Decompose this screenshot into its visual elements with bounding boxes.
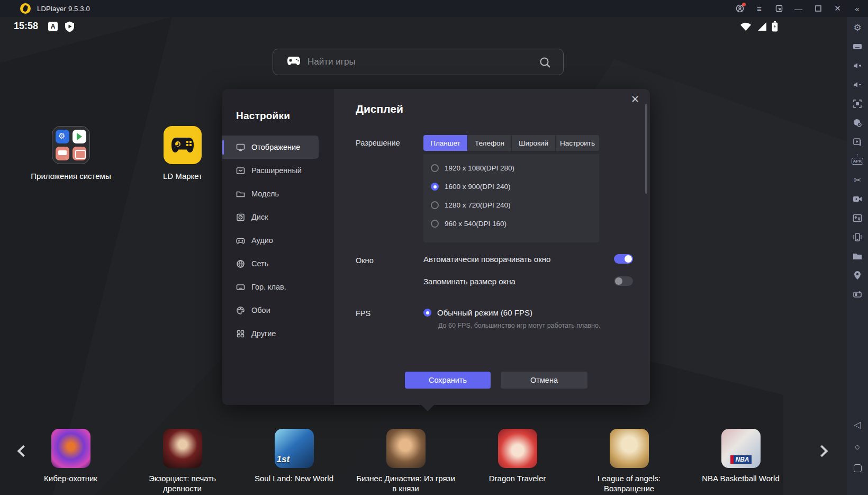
tab-tablet[interactable]: Планшет xyxy=(423,135,467,151)
sidebar-item-audio[interactable]: Аудио xyxy=(222,229,334,252)
resolution-option-960[interactable]: 960 x 540(DPI 160) xyxy=(431,214,599,233)
menu-icon[interactable]: ≡ xyxy=(755,4,764,13)
radio-unselected-icon[interactable] xyxy=(431,201,439,209)
settings-dialog: Настройки Отображение Расширенный Модель… xyxy=(222,89,650,405)
dock-app[interactable]: NBA NBA Basketball World xyxy=(685,429,797,483)
close-button[interactable]: ✕ xyxy=(833,4,842,13)
multi-instance-icon[interactable] xyxy=(852,136,863,148)
app-icon-exorcist[interactable] xyxy=(163,429,202,468)
dock-app[interactable]: Бизнес Династия: Из грязи в князи xyxy=(350,429,462,493)
resolution-options-panel: 1920 x 1080(DPI 280) 1600 x 900(DPI 240)… xyxy=(423,154,599,242)
collapse-toolbar-icon[interactable]: « xyxy=(853,4,862,13)
ldplayer-logo-icon xyxy=(20,3,31,14)
sidebar-item-display[interactable]: Отображение xyxy=(222,136,319,159)
globe-icon xyxy=(236,259,245,268)
app-icon-business-dynasty[interactable] xyxy=(386,429,426,468)
dock-app[interactable]: 1st Soul Land: New World xyxy=(238,429,350,483)
dialog-close-icon[interactable]: ✕ xyxy=(629,93,641,106)
dock-app[interactable]: League of angels: Возвращение xyxy=(573,429,685,493)
sidebar-item-hotkeys[interactable]: Гор. клав. xyxy=(222,275,334,299)
android-statusbar: 15:58 A xyxy=(0,17,847,38)
battery-icon xyxy=(772,21,778,34)
sidebar-item-disk[interactable]: Диск xyxy=(222,205,334,229)
remember-size-label: Запоминать размер окна xyxy=(423,277,614,286)
volume-up-icon[interactable] xyxy=(852,60,863,71)
fps-mode-row[interactable]: Обычный режим (60 FPS) xyxy=(423,308,532,317)
dialog-scrollbar[interactable] xyxy=(645,104,647,194)
virtual-location-icon[interactable] xyxy=(852,269,863,281)
volume-down-icon[interactable] xyxy=(852,79,863,91)
resolution-option-1600[interactable]: 1600 x 900(DPI 240) xyxy=(431,177,599,196)
radio-unselected-icon[interactable] xyxy=(431,220,439,228)
radio-selected-icon[interactable] xyxy=(431,183,439,191)
app-icon-league-of-angels[interactable] xyxy=(610,429,649,468)
app-icon-cyber-hunter[interactable] xyxy=(51,429,91,468)
resolution-option-label: 1920 x 1080(DPI 280) xyxy=(445,164,514,172)
game-search-bar[interactable]: Найти игры xyxy=(273,49,564,75)
settings-title: Настройки xyxy=(236,110,334,122)
fullscreen-icon[interactable] xyxy=(852,98,863,110)
folder-icon xyxy=(236,190,245,199)
android-home-button[interactable]: ○ xyxy=(847,442,868,453)
save-button[interactable]: Сохранить xyxy=(405,372,491,389)
radio-unselected-icon[interactable] xyxy=(431,164,439,172)
screen-record-icon[interactable] xyxy=(852,193,863,205)
radio-selected-icon[interactable] xyxy=(423,309,431,317)
dock-app-label: Бизнес Династия: Из грязи в князи xyxy=(350,473,462,493)
sidebar-item-label: Другие xyxy=(251,329,276,338)
auto-rotate-toggle[interactable] xyxy=(614,254,633,264)
dock-app-label: Dragon Traveler xyxy=(462,473,573,483)
sidebar-item-wallpaper[interactable]: Обои xyxy=(222,299,334,322)
app-icon-soul-land[interactable]: 1st xyxy=(275,429,314,468)
shake-phone-icon[interactable] xyxy=(852,231,863,243)
protect-shield-icon xyxy=(65,21,75,34)
android-back-button[interactable]: ◁ xyxy=(847,419,868,430)
window-section-label: Окно xyxy=(356,256,374,265)
maximize-button[interactable] xyxy=(813,4,822,13)
app-icon-dragon-traveler[interactable] xyxy=(498,429,537,468)
minimize-button[interactable]: — xyxy=(794,4,803,13)
resolution-option-1920[interactable]: 1920 x 1080(DPI 280) xyxy=(431,159,599,177)
search-icon[interactable] xyxy=(539,56,551,71)
popout-icon[interactable] xyxy=(774,4,783,13)
tab-custom[interactable]: Настроить xyxy=(555,135,599,151)
ld-market-app[interactable]: LD Маркет xyxy=(127,126,238,181)
game-assist-icon[interactable] xyxy=(852,117,863,129)
sidebar-item-model[interactable]: Модель xyxy=(222,182,334,205)
sidebar-item-other[interactable]: Другие xyxy=(222,322,334,345)
resolution-option-1280[interactable]: 1280 x 720(DPI 240) xyxy=(431,196,599,214)
apk-install-icon[interactable]: APK xyxy=(852,155,863,167)
dock-app[interactable]: Dragon Traveler xyxy=(462,429,573,483)
screen-rotate-icon[interactable] xyxy=(852,289,863,300)
tab-wide[interactable]: Широкий xyxy=(511,135,555,151)
sidebar-item-advanced[interactable]: Расширенный xyxy=(222,159,334,182)
sidebar-item-label: Гор. клав. xyxy=(251,283,286,291)
cancel-button[interactable]: Отмена xyxy=(501,372,587,389)
auto-rotate-label: Автоматически поворачивать окно xyxy=(423,255,614,264)
ld-market-label: LD Маркет xyxy=(127,172,238,181)
keyboard-mapping-icon[interactable] xyxy=(852,41,863,52)
sidebar-item-label: Диск xyxy=(251,213,268,221)
dock-app[interactable]: Кибер-охотник xyxy=(15,429,126,483)
input-method-icon: A xyxy=(48,22,58,31)
dialog-pointer-tail xyxy=(421,405,434,411)
dock-app-label: Экзорцист: печать древности xyxy=(126,473,238,493)
system-apps-folder-icon[interactable] xyxy=(52,126,90,164)
android-recents-button[interactable] xyxy=(847,464,868,472)
dock-app-label: NBA Basketball World xyxy=(685,473,797,483)
emulator-settings-icon[interactable]: ⚙ xyxy=(852,22,863,33)
remember-size-toggle[interactable] xyxy=(614,276,633,286)
ld-market-icon[interactable] xyxy=(164,126,202,164)
dock-app[interactable]: Экзорцист: печать древности xyxy=(126,429,238,493)
tab-phone[interactable]: Телефон xyxy=(467,135,511,151)
fps-section-label: FPS xyxy=(356,309,370,318)
shared-folder-icon[interactable] xyxy=(852,250,863,262)
screen-clip-icon[interactable]: ✂ xyxy=(852,174,863,186)
resolution-option-label: 960 x 540(DPI 160) xyxy=(445,220,507,228)
sidebar-item-network[interactable]: Сеть xyxy=(222,252,334,275)
system-apps-folder[interactable]: Приложения системы xyxy=(15,126,126,181)
sync-operation-icon[interactable] xyxy=(852,212,863,224)
disk-icon xyxy=(236,213,245,222)
account-icon[interactable] xyxy=(735,4,744,13)
app-icon-nba-basketball-world[interactable]: NBA xyxy=(721,429,761,468)
